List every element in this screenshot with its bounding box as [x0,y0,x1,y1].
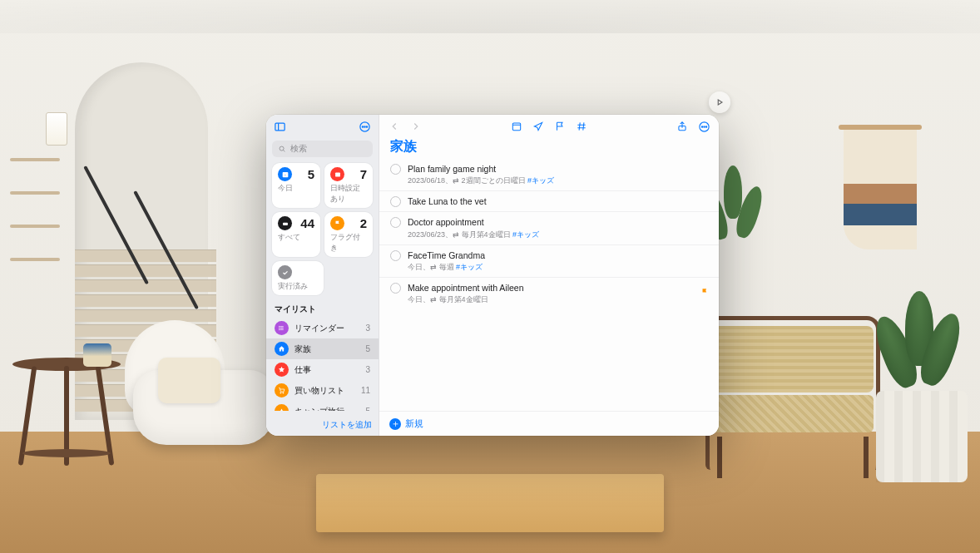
content-pane: 家族 Plan family game night2023/06/18、⇄ 2週… [379,115,719,436]
svg-point-30 [703,126,704,126]
lounge-chair [705,316,880,470]
forward-icon[interactable] [409,120,423,133]
sidebar-list-item[interactable]: 買い物リスト 11 [266,380,379,401]
svg-point-31 [705,126,706,126]
sidebar-list-item[interactable]: リマインダー 3 [266,318,379,338]
task-tag[interactable]: #キッズ [527,176,554,185]
task-title: Take Luna to the vet [408,195,708,207]
task-title: Make appointment with Aileen [408,282,708,294]
task-meta: 2023/06/23、⇄ 毎月第4金曜日 #キッズ [408,230,708,240]
add-list-button[interactable]: リストを追加 [322,420,372,429]
list-count: 5 [365,344,370,353]
list-name: 家族 [294,343,311,355]
svg-point-4 [364,126,365,127]
tray-icon [278,216,292,230]
task-row[interactable]: Make appointment with Aileen今日、⇄ 毎月第4金曜日 [379,278,719,309]
calendar-icon [330,167,344,181]
content-toolbar [379,115,719,138]
task-row[interactable]: Take Luna to the vet [379,191,719,212]
task-list: Plan family game night2023/06/18、⇄ 2週間ごと… [379,159,719,411]
task-tag[interactable]: #キッズ [512,230,539,239]
task-row[interactable]: Doctor appointment2023/06/23、⇄ 毎月第4金曜日 #… [379,212,719,244]
task-meta: 2023/06/18、⇄ 2週間ごとの日曜日 #キッズ [408,175,708,186]
sidebar: 検索 · 5 今日 7 日時設定あり 44 すべて 2 フラグ付き [266,115,379,436]
search-icon [278,145,286,153]
search-placeholder: 検索 [290,143,307,155]
flag-icon [700,284,709,293]
task-meta: 今日、⇄ 毎週 #キッズ [408,262,708,273]
new-reminder-button[interactable]: ＋ 新規 [379,411,719,436]
reminders-window: 検索 · 5 今日 7 日時設定あり 44 すべて 2 フラグ付き [266,115,719,436]
svg-text:·: · [285,173,285,177]
potted-plant [882,291,957,407]
task-row[interactable]: Plan family game night2023/06/18、⇄ 2週間ごと… [379,159,719,191]
list-icon [275,321,289,335]
wall-shelf [10,191,60,195]
task-checkbox[interactable] [390,283,401,294]
sidebar-top [266,115,379,139]
task-checkbox[interactable] [390,196,401,207]
mylists-header: マイリスト [266,300,379,318]
checkmark-icon [278,265,292,279]
sidebar-list-item[interactable]: 仕事 3 [266,359,379,380]
task-checkbox[interactable] [390,164,401,175]
smart-list-grid: · 5 今日 7 日時設定あり 44 すべて 2 フラグ付き [266,163,379,300]
svg-rect-0 [275,123,285,131]
svg-point-16 [280,328,280,328]
more-icon[interactable] [358,120,372,134]
svg-line-24 [583,122,584,130]
tent-icon [275,404,289,411]
share-icon[interactable] [676,120,689,133]
location-icon[interactable] [532,120,545,133]
wall-shelf [10,158,60,161]
wall-shelf [10,258,60,261]
list-name: リマインダー [294,323,344,334]
task-row[interactable]: FaceTime Grandma今日、⇄ 毎週 #キッズ [379,245,719,278]
task-title: Plan family game night [408,163,708,175]
svg-point-17 [280,329,280,330]
toggle-sidebar-icon[interactable] [273,120,287,134]
new-reminder-label: 新規 [405,417,423,430]
side-table [4,358,129,474]
svg-point-19 [283,393,284,393]
svg-line-23 [579,122,580,130]
search-input[interactable]: 検索 [272,141,373,157]
sidebar-list-item[interactable]: 家族 5 [266,338,379,359]
task-checkbox[interactable] [390,250,401,261]
more-toolbar-icon[interactable] [697,120,710,133]
wall-hanging [839,125,922,249]
task-title: FaceTime Grandma [408,249,708,261]
svg-line-7 [283,150,285,151]
smart-scheduled[interactable]: 7 日時設定あり [324,163,373,208]
flag-icon [330,216,344,230]
list-name: 買い物リスト [294,385,344,397]
svg-point-6 [280,146,284,151]
spatial-audio-icon[interactable] [709,91,730,113]
mug [83,343,111,367]
floor-rug [316,474,664,532]
svg-point-15 [280,326,280,327]
flag-toolbar-icon[interactable] [553,120,567,133]
back-icon[interactable] [388,120,401,133]
tag-icon[interactable] [575,120,588,133]
ceiling [0,0,980,33]
smart-completed[interactable]: 実行済み [272,261,324,295]
task-checkbox[interactable] [390,217,401,228]
svg-point-3 [362,126,363,127]
due-date-icon[interactable] [510,120,523,133]
svg-point-18 [280,393,281,393]
smart-flagged[interactable]: 2 フラグ付き [324,212,373,257]
list-count: 3 [365,365,370,374]
list-count: 11 [361,386,370,395]
task-tag[interactable]: #キッズ [456,263,483,271]
smart-all[interactable]: 44 すべて [272,212,320,257]
smart-today[interactable]: · 5 今日 [272,163,320,208]
sidebar-list-item[interactable]: キャンプ旅行 5 [266,401,379,411]
svg-point-29 [701,126,702,126]
calendar-today-icon: · [278,167,292,181]
svg-rect-10 [335,172,340,176]
svg-point-5 [366,126,367,127]
cart-icon [275,383,289,397]
sidebar-footer: リストを追加 [266,411,379,436]
list-container: リマインダー 3 家族 5 仕事 3 買い物リスト 11 キャンプ旅行 5 読書… [266,318,379,411]
